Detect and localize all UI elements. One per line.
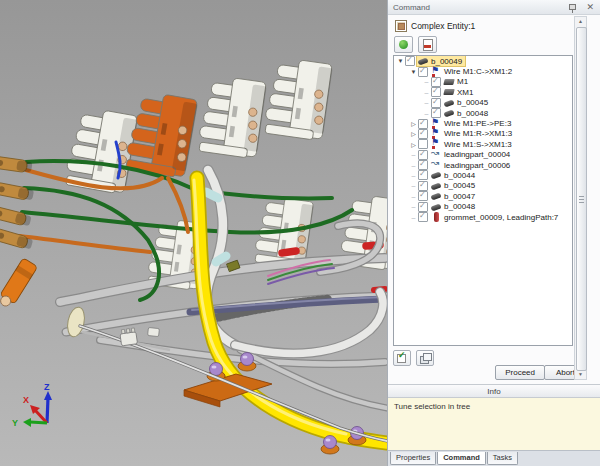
tree-item[interactable]: ▷Wire M1:R->XM1:3 <box>394 129 572 139</box>
tree-guide: – <box>409 162 418 169</box>
connector-icon <box>444 77 455 87</box>
harness-3d-model[interactable]: Z X Y <box>0 0 387 466</box>
tree-item-checkbox[interactable] <box>418 212 428 222</box>
tree-item-label: b_00047 <box>442 192 477 201</box>
tree-guide: – <box>409 193 418 200</box>
tree-item-label: b_00048 <box>442 202 477 211</box>
tree-guide: – <box>409 203 418 210</box>
axis-y-label: Y <box>12 418 18 428</box>
tree-item-label: b_00045 <box>455 98 490 107</box>
leadingpart-icon <box>431 160 442 170</box>
proceed-button[interactable]: Proceed <box>495 365 545 380</box>
tree-guide: – <box>422 89 431 96</box>
tree-item[interactable]: –grommet_00009, LeadingPath:7 <box>394 212 572 222</box>
tree-indent <box>394 92 422 93</box>
tree-indent <box>394 133 409 134</box>
orange-terminal[interactable] <box>0 258 38 310</box>
tree-toolbar <box>393 350 434 366</box>
tree-item-label: b_00044 <box>442 171 477 180</box>
scroll-down-icon[interactable]: ▼ <box>575 370 586 379</box>
tree-item-checkbox[interactable] <box>418 67 428 77</box>
close-icon[interactable]: ✕ <box>586 0 594 15</box>
tree-indent <box>394 123 409 124</box>
tree-guide: – <box>409 151 418 158</box>
complex-entity-icon <box>395 20 407 32</box>
panel-scrollbar[interactable]: ▲ ▼ <box>574 16 587 380</box>
tree-item-checkbox[interactable] <box>405 56 415 66</box>
info-message: Tune selection in tree <box>388 398 600 450</box>
tree-indent <box>394 217 409 218</box>
entity-header: Complex Entity:1 <box>395 20 475 32</box>
tree-item[interactable]: –M1 <box>394 77 572 87</box>
tree-item-label: b_00045 <box>442 181 477 190</box>
tree-item[interactable]: –b_00045 <box>394 98 572 108</box>
stacked-squares-icon-button[interactable] <box>416 350 434 366</box>
tree-expander-icon[interactable]: ▷ <box>409 141 418 148</box>
tree-guide: – <box>409 214 418 221</box>
tree-expander-icon[interactable]: ▼ <box>409 69 418 75</box>
tree-indent <box>394 71 409 72</box>
tree-item[interactable]: –XM1 <box>394 87 572 97</box>
axis-z-label: Z <box>44 382 50 392</box>
tree-item-label: grommet_00009, LeadingPath:7 <box>442 213 560 222</box>
tree-guide: – <box>422 78 431 85</box>
tree-indent <box>394 113 422 114</box>
tree-indent <box>394 206 409 207</box>
red-report-icon-button[interactable] <box>418 36 437 53</box>
tree-indent <box>394 81 422 82</box>
green-sphere-icon-button[interactable] <box>394 36 413 53</box>
tree-expander-icon[interactable]: ▷ <box>409 120 418 127</box>
tree-indent <box>394 185 409 186</box>
tree-guide: – <box>409 182 418 189</box>
grommet-icon <box>431 212 442 222</box>
3d-viewport[interactable]: Z X Y <box>0 0 387 466</box>
panel-tabstrip: Properties Command Tasks <box>388 450 600 466</box>
tree-expander-icon[interactable]: ▼ <box>396 58 405 64</box>
tree-expander-icon[interactable]: ▷ <box>409 130 418 137</box>
pin-icon[interactable] <box>569 4 576 10</box>
tree-guide: – <box>422 110 431 117</box>
tree-item-label: Wire M1:PE->PE:3 <box>442 119 513 128</box>
bundle-icon <box>431 170 442 180</box>
bundle-icon <box>444 98 455 108</box>
axis-triad: Z X Y <box>12 382 52 428</box>
info-header: Info <box>388 384 600 398</box>
application-window: Z X Y Command ✕ Complex Entity:1 ▼b_0004… <box>0 0 600 466</box>
entity-tree[interactable]: ▼b_00049▼Wire M1:C->XM1:2–M1–XM1–b_00045… <box>393 55 573 346</box>
tree-item[interactable]: ▼Wire M1:C->XM1:2 <box>394 66 572 76</box>
tree-item-label: leadingpart_00004 <box>442 150 512 159</box>
tree-guide: – <box>422 99 431 106</box>
panel-titlebar[interactable]: Command ✕ <box>388 0 600 15</box>
command-panel: Command ✕ Complex Entity:1 ▼b_00049▼Wire… <box>387 0 600 466</box>
tab-command[interactable]: Command <box>437 452 486 465</box>
green-check-icon-button[interactable] <box>393 350 411 366</box>
tree-item-label: Wire M1:R->XM1:3 <box>442 129 514 138</box>
tree-indent <box>394 144 409 145</box>
tree-indent <box>394 102 422 103</box>
tree-item-label: b_00048 <box>455 109 490 118</box>
bundle-icon <box>444 108 455 118</box>
tree-indent <box>394 196 409 197</box>
entity-toolbar <box>394 36 437 53</box>
tree-item-label: Wire M1:S->XM1:3 <box>442 140 514 149</box>
entity-label: Complex Entity:1 <box>411 21 475 31</box>
panel-title: Command <box>393 3 430 12</box>
bundle-icon <box>431 181 442 191</box>
tree-guide: – <box>409 172 418 179</box>
tree-item-checkbox[interactable] <box>418 129 428 139</box>
scrollbar-thumb[interactable] <box>576 27 587 371</box>
bundle-icon <box>431 202 442 212</box>
tree-item-label: leadingpart_00006 <box>442 161 512 170</box>
tree-item-label: M1 <box>455 77 470 86</box>
tree-item-label: XM1 <box>455 88 475 97</box>
tab-tasks[interactable]: Tasks <box>487 452 518 465</box>
tree-item-label: Wire M1:C->XM1:2 <box>442 67 514 76</box>
tree-indent <box>394 175 409 176</box>
bundle-icon <box>431 191 442 201</box>
scroll-up-icon[interactable]: ▲ <box>575 17 586 26</box>
axis-x-label: X <box>23 395 29 405</box>
tree-indent <box>394 154 409 155</box>
connector-icon <box>444 87 455 97</box>
tab-properties[interactable]: Properties <box>390 452 436 465</box>
tree-indent <box>394 165 409 166</box>
